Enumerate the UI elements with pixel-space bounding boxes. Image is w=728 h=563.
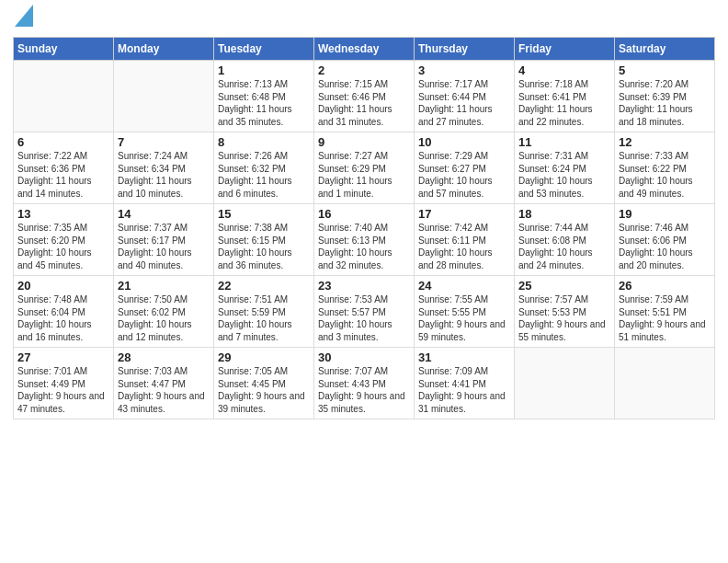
calendar-cell: 12Sunrise: 7:33 AMSunset: 6:22 PMDayligh… xyxy=(615,132,715,204)
cell-content: Sunrise: 7:26 AMSunset: 6:32 PMDaylight:… xyxy=(218,150,310,200)
cell-content: Sunrise: 7:07 AMSunset: 4:43 PMDaylight:… xyxy=(318,365,410,415)
day-number: 14 xyxy=(118,207,210,221)
calendar-week-1: 1Sunrise: 7:13 AMSunset: 6:48 PMDaylight… xyxy=(14,61,715,132)
calendar-cell: 8Sunrise: 7:26 AMSunset: 6:32 PMDaylight… xyxy=(214,132,314,204)
calendar-cell: 2Sunrise: 7:15 AMSunset: 6:46 PMDaylight… xyxy=(314,61,415,132)
day-number: 24 xyxy=(418,279,510,293)
day-number: 7 xyxy=(118,135,210,149)
calendar-cell xyxy=(14,61,114,132)
calendar-cell: 28Sunrise: 7:03 AMSunset: 4:47 PMDayligh… xyxy=(114,348,214,419)
day-header-saturday: Saturday xyxy=(615,38,715,61)
day-number: 15 xyxy=(218,207,310,221)
calendar-cell: 26Sunrise: 7:59 AMSunset: 5:51 PMDayligh… xyxy=(615,276,715,348)
calendar-table: SundayMondayTuesdayWednesdayThursdayFrid… xyxy=(13,37,715,419)
cell-content: Sunrise: 7:38 AMSunset: 6:15 PMDaylight:… xyxy=(218,222,310,271)
day-number: 4 xyxy=(518,63,610,77)
calendar-cell: 17Sunrise: 7:42 AMSunset: 6:11 PMDayligh… xyxy=(415,204,515,276)
cell-content: Sunrise: 7:01 AMSunset: 4:49 PMDaylight:… xyxy=(17,365,109,415)
cell-content: Sunrise: 7:15 AMSunset: 6:46 PMDaylight:… xyxy=(318,78,410,128)
logo xyxy=(13,9,33,31)
day-number: 19 xyxy=(619,207,711,221)
cell-content: Sunrise: 7:33 AMSunset: 6:22 PMDaylight:… xyxy=(619,150,711,200)
calendar-cell: 6Sunrise: 7:22 AMSunset: 6:36 PMDaylight… xyxy=(14,132,114,204)
calendar-cell: 19Sunrise: 7:46 AMSunset: 6:06 PMDayligh… xyxy=(615,204,715,276)
calendar-cell: 10Sunrise: 7:29 AMSunset: 6:27 PMDayligh… xyxy=(415,132,515,204)
calendar-cell: 1Sunrise: 7:13 AMSunset: 6:48 PMDaylight… xyxy=(214,61,314,132)
calendar-week-2: 6Sunrise: 7:22 AMSunset: 6:36 PMDaylight… xyxy=(14,132,715,204)
day-number: 5 xyxy=(619,63,711,77)
cell-content: Sunrise: 7:24 AMSunset: 6:34 PMDaylight:… xyxy=(118,150,210,200)
day-number: 16 xyxy=(318,207,410,221)
cell-content: Sunrise: 7:27 AMSunset: 6:29 PMDaylight:… xyxy=(318,150,410,200)
day-number: 26 xyxy=(619,279,711,293)
day-number: 6 xyxy=(17,135,109,149)
calendar-cell: 21Sunrise: 7:50 AMSunset: 6:02 PMDayligh… xyxy=(114,276,214,348)
calendar-cell: 20Sunrise: 7:48 AMSunset: 6:04 PMDayligh… xyxy=(14,276,114,348)
day-number: 30 xyxy=(318,350,410,364)
calendar-week-5: 27Sunrise: 7:01 AMSunset: 4:49 PMDayligh… xyxy=(14,348,715,419)
cell-content: Sunrise: 7:03 AMSunset: 4:47 PMDaylight:… xyxy=(118,365,210,415)
calendar-cell: 13Sunrise: 7:35 AMSunset: 6:20 PMDayligh… xyxy=(14,204,114,276)
day-number: 21 xyxy=(118,279,210,293)
calendar-cell: 15Sunrise: 7:38 AMSunset: 6:15 PMDayligh… xyxy=(214,204,314,276)
cell-content: Sunrise: 7:55 AMSunset: 5:55 PMDaylight:… xyxy=(418,293,510,343)
cell-content: Sunrise: 7:29 AMSunset: 6:27 PMDaylight:… xyxy=(418,150,510,200)
day-number: 23 xyxy=(318,279,410,293)
cell-content: Sunrise: 7:22 AMSunset: 6:36 PMDaylight:… xyxy=(17,150,109,200)
cell-content: Sunrise: 7:17 AMSunset: 6:44 PMDaylight:… xyxy=(418,78,510,128)
calendar-cell: 4Sunrise: 7:18 AMSunset: 6:41 PMDaylight… xyxy=(515,61,615,132)
cell-content: Sunrise: 7:57 AMSunset: 5:53 PMDaylight:… xyxy=(518,293,610,343)
cell-content: Sunrise: 7:48 AMSunset: 6:04 PMDaylight:… xyxy=(17,293,109,343)
day-header-sunday: Sunday xyxy=(14,38,114,61)
day-header-wednesday: Wednesday xyxy=(314,38,415,61)
calendar-cell: 30Sunrise: 7:07 AMSunset: 4:43 PMDayligh… xyxy=(314,348,415,419)
calendar-cell: 22Sunrise: 7:51 AMSunset: 5:59 PMDayligh… xyxy=(214,276,314,348)
cell-content: Sunrise: 7:20 AMSunset: 6:39 PMDaylight:… xyxy=(619,78,711,128)
calendar-cell: 14Sunrise: 7:37 AMSunset: 6:17 PMDayligh… xyxy=(114,204,214,276)
calendar-cell: 7Sunrise: 7:24 AMSunset: 6:34 PMDaylight… xyxy=(114,132,214,204)
day-number: 12 xyxy=(619,135,711,149)
cell-content: Sunrise: 7:42 AMSunset: 6:11 PMDaylight:… xyxy=(418,222,510,271)
day-header-friday: Friday xyxy=(515,38,615,61)
day-number: 20 xyxy=(17,279,109,293)
calendar-cell: 31Sunrise: 7:09 AMSunset: 4:41 PMDayligh… xyxy=(415,348,515,419)
day-number: 13 xyxy=(17,207,109,221)
cell-content: Sunrise: 7:31 AMSunset: 6:24 PMDaylight:… xyxy=(518,150,610,200)
day-number: 18 xyxy=(518,207,610,221)
cell-content: Sunrise: 7:09 AMSunset: 4:41 PMDaylight:… xyxy=(418,365,510,415)
calendar-header-row: SundayMondayTuesdayWednesdayThursdayFrid… xyxy=(14,38,715,61)
calendar-cell: 5Sunrise: 7:20 AMSunset: 6:39 PMDaylight… xyxy=(615,61,715,132)
cell-content: Sunrise: 7:59 AMSunset: 5:51 PMDaylight:… xyxy=(619,293,711,343)
calendar-cell: 23Sunrise: 7:53 AMSunset: 5:57 PMDayligh… xyxy=(314,276,415,348)
calendar-cell xyxy=(515,348,615,419)
day-number: 17 xyxy=(418,207,510,221)
logo-triangle-icon xyxy=(15,5,33,27)
calendar-cell: 29Sunrise: 7:05 AMSunset: 4:45 PMDayligh… xyxy=(214,348,314,419)
header xyxy=(13,9,715,31)
cell-content: Sunrise: 7:51 AMSunset: 5:59 PMDaylight:… xyxy=(218,293,310,343)
calendar-cell: 25Sunrise: 7:57 AMSunset: 5:53 PMDayligh… xyxy=(515,276,615,348)
cell-content: Sunrise: 7:53 AMSunset: 5:57 PMDaylight:… xyxy=(318,293,410,343)
cell-content: Sunrise: 7:50 AMSunset: 6:02 PMDaylight:… xyxy=(118,293,210,343)
calendar-cell: 9Sunrise: 7:27 AMSunset: 6:29 PMDaylight… xyxy=(314,132,415,204)
day-number: 29 xyxy=(218,350,310,364)
day-number: 2 xyxy=(318,63,410,77)
calendar-cell: 18Sunrise: 7:44 AMSunset: 6:08 PMDayligh… xyxy=(515,204,615,276)
calendar-body: 1Sunrise: 7:13 AMSunset: 6:48 PMDaylight… xyxy=(14,61,715,419)
calendar-cell xyxy=(615,348,715,419)
calendar-cell: 16Sunrise: 7:40 AMSunset: 6:13 PMDayligh… xyxy=(314,204,415,276)
cell-content: Sunrise: 7:46 AMSunset: 6:06 PMDaylight:… xyxy=(619,222,711,271)
day-header-thursday: Thursday xyxy=(415,38,515,61)
day-number: 27 xyxy=(17,350,109,364)
day-number: 1 xyxy=(218,63,310,77)
day-number: 8 xyxy=(218,135,310,149)
calendar-week-3: 13Sunrise: 7:35 AMSunset: 6:20 PMDayligh… xyxy=(14,204,715,276)
cell-content: Sunrise: 7:37 AMSunset: 6:17 PMDaylight:… xyxy=(118,222,210,271)
day-number: 28 xyxy=(118,350,210,364)
cell-content: Sunrise: 7:13 AMSunset: 6:48 PMDaylight:… xyxy=(218,78,310,128)
calendar-cell: 11Sunrise: 7:31 AMSunset: 6:24 PMDayligh… xyxy=(515,132,615,204)
cell-content: Sunrise: 7:35 AMSunset: 6:20 PMDaylight:… xyxy=(17,222,109,271)
page-container: SundayMondayTuesdayWednesdayThursdayFrid… xyxy=(0,0,728,429)
cell-content: Sunrise: 7:44 AMSunset: 6:08 PMDaylight:… xyxy=(518,222,610,271)
svg-marker-0 xyxy=(15,5,33,27)
